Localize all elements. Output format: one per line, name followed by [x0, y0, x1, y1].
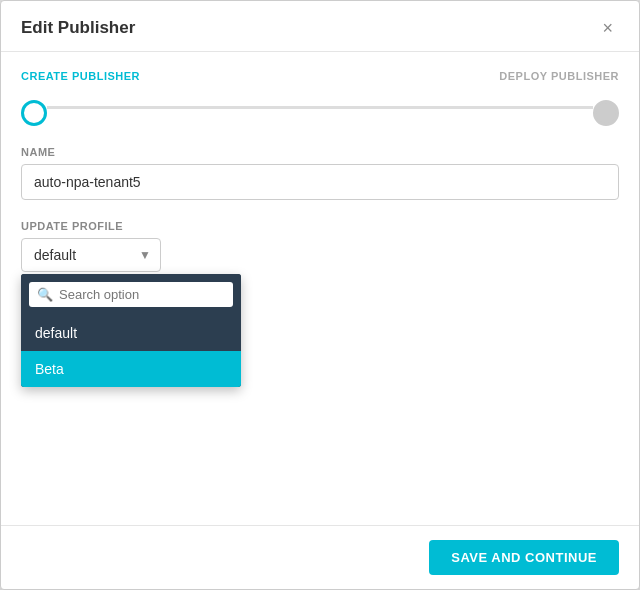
dropdown-menu: 🔍 default Beta	[21, 274, 241, 387]
modal-header: Edit Publisher ×	[1, 1, 639, 52]
step2-label: DEPLOY PUBLISHER	[499, 70, 619, 82]
profile-field-section: UPDATE PROFILE default ▼ 🔍 default Bet	[21, 220, 619, 272]
profile-dropdown-wrapper: default ▼ 🔍 default Beta	[21, 238, 161, 272]
dropdown-option-default[interactable]: default	[21, 315, 241, 351]
edit-publisher-modal: Edit Publisher × CREATE PUBLISHER DEPLOY…	[0, 0, 640, 590]
dropdown-search-inner: 🔍	[29, 282, 233, 307]
step2-dot	[593, 100, 619, 126]
name-label: NAME	[21, 146, 619, 158]
dropdown-search-input[interactable]	[59, 287, 225, 302]
name-input[interactable]	[21, 164, 619, 200]
profile-dropdown[interactable]: default ▼	[21, 238, 161, 272]
close-button[interactable]: ×	[596, 17, 619, 39]
dropdown-selected-value: default	[34, 247, 76, 263]
modal-footer: SAVE AND CONTINUE	[1, 525, 639, 589]
dropdown-search-wrap: 🔍	[21, 274, 241, 315]
name-field-section: NAME	[21, 146, 619, 200]
step1-label: CREATE PUBLISHER	[21, 70, 140, 82]
search-icon: 🔍	[37, 287, 53, 302]
dropdown-arrow-icon: ▼	[139, 248, 151, 262]
step1-dot	[21, 100, 47, 126]
profile-label: UPDATE PROFILE	[21, 220, 619, 232]
steps-bar: CREATE PUBLISHER DEPLOY PUBLISHER	[21, 52, 619, 96]
steps-progress	[21, 100, 619, 126]
modal-title: Edit Publisher	[21, 18, 135, 38]
dropdown-option-beta[interactable]: Beta	[21, 351, 241, 387]
modal-body: CREATE PUBLISHER DEPLOY PUBLISHER NAME U…	[1, 52, 639, 525]
save-continue-button[interactable]: SAVE AND CONTINUE	[429, 540, 619, 575]
step-connector	[47, 106, 593, 109]
